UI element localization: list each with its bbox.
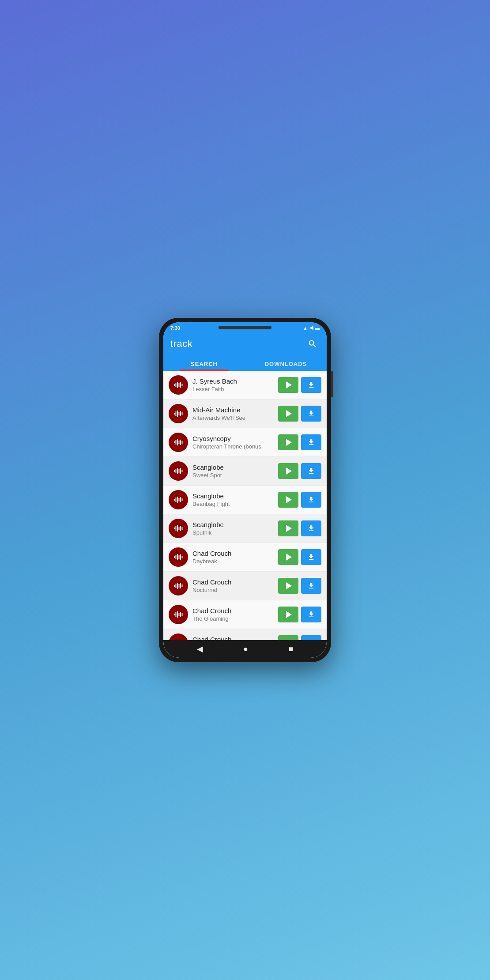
wifi-icon: ▲ [303, 325, 308, 331]
svg-rect-34 [180, 526, 181, 531]
download-button[interactable] [301, 635, 321, 640]
tab-bar: SEARCH DOWNLOADS [163, 355, 327, 371]
play-button[interactable] [278, 492, 298, 508]
svg-rect-47 [182, 584, 183, 587]
svg-rect-20 [177, 468, 178, 474]
svg-rect-1 [176, 383, 177, 387]
track-artist: J. Syreus Bach [192, 377, 274, 385]
search-icon-button[interactable] [305, 337, 320, 351]
download-button[interactable] [301, 520, 321, 536]
play-button[interactable] [278, 607, 298, 622]
play-button[interactable] [278, 578, 298, 594]
play-icon [286, 439, 292, 446]
play-button[interactable] [278, 635, 298, 640]
svg-rect-30 [174, 528, 175, 529]
track-avatar [169, 375, 188, 395]
download-icon [307, 611, 315, 618]
svg-rect-10 [180, 411, 181, 416]
svg-rect-11 [182, 412, 183, 415]
svg-rect-25 [176, 498, 177, 502]
download-button[interactable] [301, 492, 321, 508]
play-button[interactable] [278, 406, 298, 422]
track-actions [278, 434, 321, 450]
nav-home-button[interactable]: ● [243, 645, 248, 654]
track-item: Chad Crouch The Gloaming [163, 600, 327, 629]
download-icon [307, 553, 315, 561]
svg-rect-3 [179, 383, 180, 387]
track-item: Mid-Air Machine Afterwards We'll See [163, 400, 327, 428]
track-title: Nocturnal [192, 587, 274, 593]
nav-back-button[interactable]: ◀ [197, 644, 203, 654]
track-artist: Mid-Air Machine [192, 406, 274, 414]
track-title: Afterwards We'll See [192, 415, 274, 421]
svg-rect-12 [174, 441, 175, 443]
svg-rect-22 [180, 468, 181, 474]
play-button[interactable] [278, 520, 298, 536]
svg-rect-45 [179, 584, 180, 588]
play-button[interactable] [278, 549, 298, 565]
track-title: Sputnik [192, 529, 274, 536]
waveform-icon [173, 380, 184, 390]
track-item: Scanglobe Sweet Spot [163, 457, 327, 486]
track-title: Lesser Faith [192, 386, 274, 392]
svg-rect-0 [174, 384, 175, 386]
svg-rect-2 [177, 382, 178, 388]
download-button[interactable] [301, 463, 321, 479]
svg-rect-5 [182, 384, 183, 386]
play-icon [286, 467, 292, 475]
track-artist: Scanglobe [192, 521, 274, 528]
svg-rect-4 [180, 382, 181, 388]
signal-icon: ◀ [309, 325, 313, 331]
svg-rect-40 [180, 554, 181, 560]
download-button[interactable] [301, 434, 321, 450]
svg-rect-53 [182, 613, 183, 616]
track-list: J. Syreus Bach Lesser Faith [163, 371, 327, 640]
track-info: Cryosyncopy Chiropteran Throne (bonus [192, 435, 274, 450]
svg-rect-13 [176, 440, 177, 445]
track-info: Scanglobe Sputnik [192, 521, 274, 536]
track-actions [278, 377, 321, 393]
track-avatar [169, 433, 188, 452]
download-button[interactable] [301, 406, 321, 422]
play-icon [286, 554, 292, 561]
svg-rect-44 [177, 583, 178, 589]
svg-rect-9 [179, 412, 180, 415]
svg-rect-23 [182, 470, 183, 472]
tab-downloads[interactable]: DOWNLOADS [245, 355, 327, 371]
track-avatar [169, 547, 188, 567]
track-info: Chad Crouch Nocturnal [192, 578, 274, 593]
svg-rect-36 [174, 556, 175, 558]
download-icon [307, 410, 315, 418]
svg-rect-51 [179, 613, 180, 616]
phone-device: 7:30 ▲ ◀ ▬ track SEARCH DOWNLOADS [159, 318, 331, 662]
play-button[interactable] [278, 377, 298, 393]
play-icon [286, 496, 292, 503]
waveform-icon [173, 609, 184, 620]
tab-search[interactable]: SEARCH [163, 355, 245, 371]
svg-rect-52 [180, 612, 181, 617]
download-button[interactable] [301, 607, 321, 622]
download-button[interactable] [301, 377, 321, 393]
track-avatar [169, 519, 188, 538]
svg-rect-26 [177, 497, 178, 503]
battery-icon: ▬ [315, 325, 320, 331]
track-info: J. Syreus Bach Lesser Faith [192, 377, 274, 392]
play-button[interactable] [278, 434, 298, 450]
play-button[interactable] [278, 463, 298, 479]
track-avatar [169, 633, 188, 640]
svg-rect-28 [180, 497, 181, 502]
svg-rect-46 [180, 583, 181, 588]
svg-rect-14 [177, 439, 178, 445]
track-title: Sweet Spot [192, 472, 274, 479]
track-actions [278, 520, 321, 536]
download-button[interactable] [301, 549, 321, 565]
download-icon [307, 582, 315, 590]
track-title: Beanbag Fight [192, 501, 274, 507]
svg-rect-27 [179, 498, 180, 501]
download-icon [307, 438, 315, 446]
svg-rect-24 [174, 499, 175, 501]
download-icon [307, 496, 315, 504]
track-avatar [169, 404, 188, 423]
download-button[interactable] [301, 578, 321, 594]
nav-recents-button[interactable]: ■ [288, 645, 293, 654]
